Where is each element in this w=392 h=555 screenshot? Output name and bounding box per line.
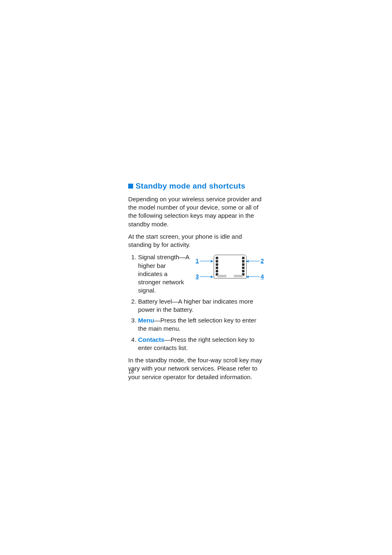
left-softkey-icon xyxy=(217,275,226,277)
list-item-text: —Press the left selection key to enter t… xyxy=(138,317,256,332)
list-item-text: Signal strength—A higher bar indicates a… xyxy=(138,253,189,294)
signal-strength-icon xyxy=(216,257,218,276)
diagram-label-4: 4 xyxy=(261,274,264,279)
intro-paragraph-2: At the start screen, your phone is idle … xyxy=(128,233,264,249)
arrow-icon xyxy=(247,261,260,261)
standby-diagram: 1 2 3 4 xyxy=(196,253,264,282)
menu-link[interactable]: Menu xyxy=(138,317,154,324)
diagram-label-3: 3 xyxy=(196,274,199,279)
battery-level-icon xyxy=(242,257,244,276)
page-number: 18 xyxy=(128,369,134,375)
diagram-label-2: 2 xyxy=(261,258,264,264)
list-item: Menu—Press the left selection key to ent… xyxy=(138,316,264,333)
right-softkey-icon xyxy=(234,275,243,277)
arrow-icon xyxy=(247,276,260,277)
square-bullet-icon xyxy=(128,184,133,189)
list-item: 1 2 3 4 xyxy=(138,253,264,295)
numbered-list: 1 2 3 4 xyxy=(128,253,264,352)
arrow-icon xyxy=(200,276,213,277)
diagram-label-1: 1 xyxy=(196,258,199,264)
heading-text: Standby mode and shortcuts xyxy=(136,182,245,190)
phone-screen-icon xyxy=(214,255,247,279)
outro-paragraph: In the standby mode, the four-way scroll… xyxy=(128,356,264,381)
list-item: Contacts—Press the right selection key t… xyxy=(138,336,264,352)
content-column: Standby mode and shortcuts Depending on … xyxy=(128,182,264,385)
list-item: Battery level—A higher bar indicates mor… xyxy=(138,297,264,314)
list-item-text: Battery level—A higher bar indicates mor… xyxy=(138,298,253,313)
document-page: Standby mode and shortcuts Depending on … xyxy=(0,0,392,555)
contacts-link[interactable]: Contacts xyxy=(138,336,164,343)
intro-paragraph-1: Depending on your wireless service provi… xyxy=(128,195,264,228)
arrow-icon xyxy=(200,261,213,261)
section-heading: Standby mode and shortcuts xyxy=(128,182,264,191)
